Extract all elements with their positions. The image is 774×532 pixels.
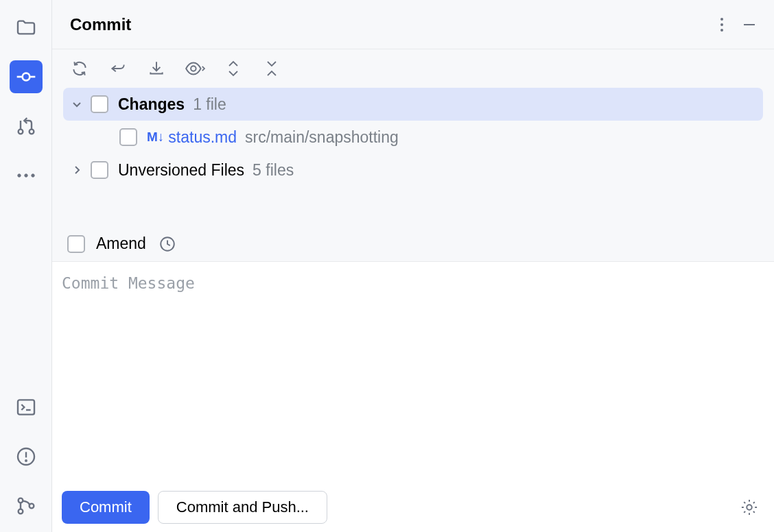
changed-file-row[interactable]: M↓ status.md src/main/snapshotting	[63, 121, 763, 154]
changes-toolbar	[52, 49, 774, 88]
chevron-down-icon[interactable]	[69, 96, 85, 112]
sidebar-more-icon[interactable]	[10, 159, 43, 192]
unversioned-checkbox[interactable]	[91, 161, 108, 179]
commit-message-input[interactable]	[52, 262, 774, 483]
sidebar-pull-requests-icon[interactable]	[10, 110, 43, 143]
changes-label: Changes	[118, 95, 185, 114]
preview-diff-icon[interactable]	[183, 56, 207, 81]
unversioned-group-row[interactable]: Unversioned Files 5 files	[63, 154, 763, 186]
unversioned-label: Unversioned Files	[118, 161, 244, 180]
changes-tree: Changes 1 file M↓ status.md src/main/sna…	[52, 88, 774, 186]
commit-panel: Commit	[52, 0, 774, 532]
commit-button[interactable]: Commit	[62, 491, 150, 524]
commit-footer: Commit Commit and Push...	[52, 483, 774, 532]
amend-label: Amend	[96, 234, 146, 253]
svg-point-16	[720, 18, 723, 21]
sidebar	[0, 0, 52, 532]
changes-file-count: 1 file	[193, 95, 226, 114]
panel-title: Commit	[70, 15, 707, 34]
amend-row: Amend	[52, 223, 774, 261]
commit-message-area	[52, 261, 774, 483]
gear-icon[interactable]	[737, 495, 762, 520]
collapse-all-icon[interactable]	[259, 56, 284, 81]
refresh-icon[interactable]	[67, 56, 92, 81]
markdown-file-icon: M↓	[147, 130, 164, 145]
svg-rect-8	[18, 400, 34, 414]
chevron-right-icon[interactable]	[69, 162, 85, 178]
changes-checkbox[interactable]	[91, 95, 108, 113]
svg-point-14	[18, 509, 23, 514]
options-icon[interactable]	[710, 12, 734, 37]
svg-point-20	[191, 66, 196, 71]
svg-point-18	[720, 29, 723, 32]
svg-point-3	[18, 130, 23, 134]
svg-point-7	[31, 174, 34, 177]
minimize-icon[interactable]	[737, 12, 762, 37]
svg-point-6	[24, 174, 27, 177]
sidebar-terminal-icon[interactable]	[10, 391, 43, 424]
rollback-icon[interactable]	[106, 56, 130, 81]
commit-and-push-button[interactable]: Commit and Push...	[158, 491, 327, 524]
amend-checkbox[interactable]	[67, 235, 85, 253]
svg-point-0	[22, 73, 30, 81]
sidebar-problems-icon[interactable]	[10, 440, 43, 473]
svg-point-17	[720, 23, 723, 26]
sidebar-commit-icon[interactable]	[10, 60, 43, 93]
svg-point-5	[17, 174, 20, 177]
panel-header: Commit	[52, 0, 774, 49]
expand-all-icon[interactable]	[221, 56, 246, 81]
sidebar-project-icon[interactable]	[10, 11, 43, 44]
svg-point-22	[747, 505, 751, 509]
svg-point-4	[29, 130, 34, 134]
unversioned-file-count: 5 files	[253, 161, 294, 180]
sidebar-git-icon[interactable]	[10, 489, 43, 522]
file-name: status.md	[168, 128, 237, 147]
history-icon[interactable]	[159, 235, 176, 253]
shelve-icon[interactable]	[144, 56, 169, 81]
svg-point-13	[18, 498, 23, 503]
svg-point-12	[25, 460, 27, 461]
file-path: src/main/snapshotting	[245, 128, 399, 147]
file-checkbox[interactable]	[119, 128, 137, 146]
changes-group-row[interactable]: Changes 1 file	[63, 88, 763, 121]
